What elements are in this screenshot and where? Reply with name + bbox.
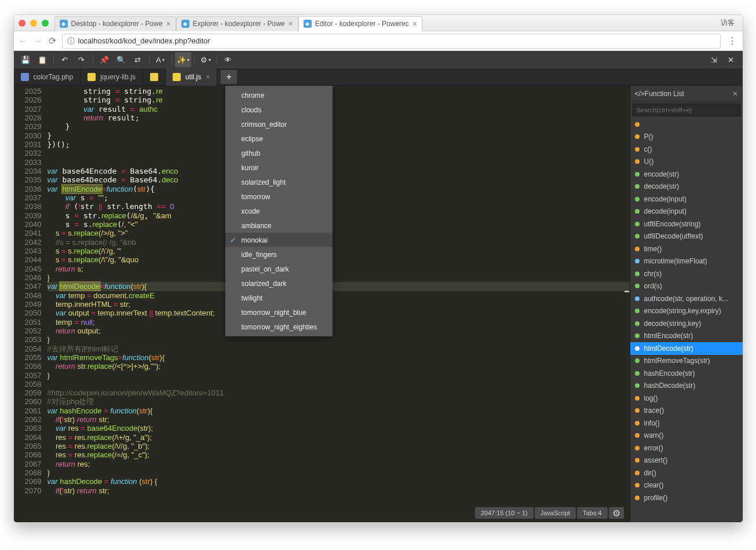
function-item[interactable]: microtime(timeFloat) <box>630 255 743 268</box>
function-item[interactable]: chr(s) <box>630 267 743 280</box>
function-item[interactable]: assert() <box>630 454 743 467</box>
guest-label[interactable]: 访客 <box>721 18 735 28</box>
theme-option[interactable]: tomorrow_night_blue <box>225 305 333 320</box>
minimize-window[interactable] <box>30 20 37 27</box>
file-tab[interactable]: jquery-lib.js <box>81 68 143 86</box>
search-button[interactable]: 🔍 <box>113 52 129 67</box>
menu-icon[interactable]: ⋮ <box>726 35 738 46</box>
close-window[interactable] <box>19 20 25 27</box>
function-item[interactable]: encode(string,key,expiry) <box>630 305 743 318</box>
theme-option[interactable]: ambiance <box>225 218 333 233</box>
address-bar[interactable]: ⓘ localhost/kod/kod_dev/index.php?editor <box>62 34 721 49</box>
theme-option[interactable]: idle_fingers <box>225 247 333 262</box>
url-text: localhost/kod/kod_dev/index.php?editor <box>78 36 210 45</box>
function-list[interactable]: P()c()U()encode(str)decode(str)encode(in… <box>630 118 743 522</box>
function-item[interactable]: utf8Decode(utftext) <box>630 230 743 243</box>
file-tab[interactable]: colorTag.php <box>14 68 81 86</box>
function-item[interactable]: decode(string,key) <box>630 317 743 330</box>
function-item[interactable]: hashDecode(str) <box>630 380 743 393</box>
redo-button[interactable]: ↷ <box>74 52 90 67</box>
close-tab-icon[interactable]: × <box>166 19 171 28</box>
function-item[interactable]: decode(str) <box>630 181 743 193</box>
theme-option[interactable]: chrome <box>225 88 333 102</box>
function-item[interactable]: htmlDecode(str) <box>630 342 743 355</box>
function-item[interactable]: authcode(str, operation, k... <box>630 292 743 305</box>
theme-option[interactable]: kuroir <box>225 160 333 175</box>
function-name: microtime(timeFloat) <box>644 257 707 265</box>
function-item[interactable]: info() <box>630 417 743 430</box>
browser-tabs: ◆Desktop - kodexplorer - Powe×◆Explorer … <box>54 15 721 31</box>
function-item[interactable]: dir() <box>630 467 743 479</box>
function-item[interactable]: P() <box>630 131 743 144</box>
theme-option[interactable]: crimson_editor <box>225 117 333 131</box>
info-icon[interactable]: ⓘ <box>67 36 75 46</box>
theme-option[interactable]: solarized_light <box>225 175 333 189</box>
theme-option[interactable]: monokai <box>225 233 333 247</box>
dot-icon <box>635 247 640 251</box>
close-button[interactable]: ✕ <box>723 52 739 67</box>
theme-option[interactable]: solarized_dark <box>225 276 333 291</box>
function-item[interactable]: log() <box>630 392 743 405</box>
search-input[interactable] <box>633 104 740 116</box>
pin-button[interactable]: 📌 <box>96 52 112 67</box>
function-item[interactable]: U() <box>630 156 743 168</box>
code-editor[interactable]: 2025202620272028202920302031203220332034… <box>14 86 630 522</box>
cursor-position[interactable]: 2047:15 (10 ~ 1) <box>475 507 534 519</box>
file-tab[interactable] <box>143 68 166 86</box>
function-item[interactable]: ord(s) <box>630 280 743 293</box>
theme-option[interactable]: xcode <box>225 204 333 218</box>
gear-button[interactable]: ⚙▾ <box>198 52 214 67</box>
close-tab-icon[interactable]: × <box>412 19 417 28</box>
add-tab-button[interactable]: + <box>221 70 237 84</box>
dot-icon <box>635 172 640 177</box>
language-mode[interactable]: JavaScript <box>535 507 576 519</box>
function-item[interactable]: clear() <box>630 479 743 492</box>
compress-button[interactable]: ⇲ <box>706 52 722 67</box>
function-item[interactable]: htmlEncode(str) <box>630 330 743 343</box>
function-item[interactable]: hashEncode(str) <box>630 367 743 380</box>
reload-icon[interactable]: ⟳ <box>49 35 56 46</box>
theme-option[interactable]: tomorrow <box>225 189 333 204</box>
undo-button[interactable]: ↶ <box>57 52 73 67</box>
tab-size[interactable]: Tabs:4 <box>577 507 607 519</box>
theme-option[interactable]: clouds <box>225 102 333 117</box>
copy-button[interactable]: 📋 <box>34 52 50 67</box>
save-button[interactable]: 💾 <box>17 52 34 67</box>
theme-option[interactable]: github <box>225 146 333 160</box>
code-content[interactable]: string = string.re string = string.re va… <box>48 86 630 522</box>
theme-option[interactable]: pastel_on_dark <box>225 262 333 276</box>
maximize-window[interactable] <box>42 20 49 27</box>
shuffle-button[interactable]: ⇄ <box>130 52 146 67</box>
magic-button[interactable]: ✨▾ <box>175 52 191 67</box>
back-icon[interactable]: ← <box>19 36 28 46</box>
function-item[interactable]: encode(input) <box>630 193 743 206</box>
function-item[interactable]: trace() <box>630 405 743 417</box>
browser-tab[interactable]: ◆Desktop - kodexplorer - Powe× <box>54 16 176 31</box>
close-tab-icon[interactable]: × <box>288 19 293 28</box>
function-name: encode(str) <box>644 170 680 178</box>
function-item[interactable]: c() <box>630 143 743 156</box>
function-item[interactable] <box>630 118 743 131</box>
file-tab[interactable]: util.js× <box>166 68 217 86</box>
browser-tab[interactable]: ◆Explorer - kodexplorer - Powe× <box>176 16 298 31</box>
close-icon[interactable]: ✕ <box>732 90 738 98</box>
dot-icon <box>635 309 640 313</box>
theme-option[interactable]: eclipse <box>225 131 333 146</box>
function-name: trace() <box>644 406 664 415</box>
eye-button[interactable]: 👁 <box>220 52 236 67</box>
close-icon[interactable]: × <box>206 73 210 81</box>
theme-option[interactable]: tomorrow_night_eighties <box>225 320 333 334</box>
gear-icon[interactable]: ⚙ <box>609 507 624 519</box>
browser-tab[interactable]: ◆Editor - kodexplorer - Powerec× <box>298 16 422 31</box>
function-item[interactable]: profile() <box>630 492 743 504</box>
function-item[interactable]: utf8Encode(string) <box>630 218 743 230</box>
function-item[interactable]: htmlRemoveTags(str) <box>630 355 743 368</box>
function-item[interactable]: time() <box>630 243 743 255</box>
font-button[interactable]: A▾ <box>152 52 169 67</box>
forward-icon[interactable]: → <box>34 36 43 46</box>
function-item[interactable]: warn() <box>630 430 743 442</box>
function-item[interactable]: error() <box>630 442 743 454</box>
function-item[interactable]: decode(input) <box>630 206 743 218</box>
theme-option[interactable]: twilight <box>225 291 333 305</box>
function-item[interactable]: encode(str) <box>630 168 743 181</box>
